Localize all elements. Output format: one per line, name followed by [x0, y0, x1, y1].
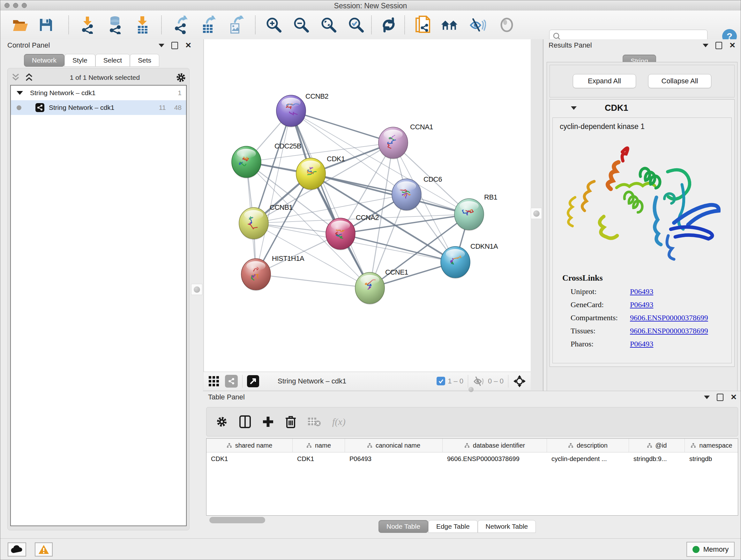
panel-float-icon[interactable] [716, 42, 722, 49]
column-header-name[interactable]: name [293, 439, 345, 452]
node-entry-cdk1: CDK1 cyclin-dependent kinase 1 [549, 99, 735, 367]
add-icon[interactable] [262, 416, 274, 428]
network-edge[interactable] [246, 143, 393, 162]
import-network-database-button[interactable] [106, 16, 124, 34]
crosslink-link[interactable]: 9606.ENSP00000378699 [630, 327, 708, 335]
network-edge[interactable] [256, 274, 370, 288]
network-edge[interactable] [291, 111, 393, 143]
column-header-namespace[interactable]: namespace [685, 439, 738, 452]
import-network-file-button[interactable] [79, 16, 96, 34]
zoom-in-button[interactable] [265, 16, 282, 34]
zoom-selected-button[interactable] [347, 16, 365, 34]
table-cell: CDK1 [293, 455, 345, 462]
expand-all-chevron-icon[interactable] [23, 73, 35, 82]
horizontal-splitter-handle[interactable] [467, 385, 475, 394]
network-node-cdc25b[interactable] [232, 146, 261, 179]
node-label-ccna1: CCNA1 [410, 123, 433, 131]
panel-menu-icon[interactable] [158, 44, 164, 47]
column-header-shared-name[interactable]: shared name [206, 439, 293, 452]
network-canvas[interactable]: CCNB2CCNA1CDC25BCDK1CDC6RB1CCNB1CCNA2CDK… [204, 39, 531, 372]
table-cell: stringdb:9... [629, 455, 685, 462]
selected-checkbox-icon[interactable] [436, 377, 445, 385]
right-splitter-handle[interactable] [531, 208, 542, 219]
tab-network[interactable]: Network [24, 54, 64, 67]
left-splitter-handle[interactable] [191, 284, 202, 295]
crosslink-link[interactable]: P06493 [630, 300, 653, 309]
column-header--id[interactable]: @id [629, 439, 685, 452]
network-node-ccne1[interactable] [355, 272, 385, 305]
homes-button[interactable] [441, 16, 458, 34]
import-table-file-button[interactable] [134, 16, 151, 34]
save-session-button[interactable] [37, 16, 55, 34]
network-node-cdkn1a[interactable] [441, 246, 470, 279]
open-session-button[interactable] [12, 16, 29, 34]
network-node-ccnb1[interactable] [239, 207, 268, 240]
column-header-database-identifier[interactable]: database identifier [443, 439, 547, 452]
panel-menu-icon[interactable] [704, 395, 710, 399]
node-label-cdc6: CDC6 [423, 175, 442, 183]
open-in-new-window-icon[interactable] [247, 375, 259, 387]
memory-button[interactable]: Memory [686, 542, 735, 557]
crosslinks-list: Uniprot:P06493GeneCard:P06493Compartment… [553, 287, 731, 348]
entry-collapse-icon[interactable] [571, 106, 577, 110]
network-node-cdc6[interactable] [392, 179, 421, 211]
edge-count: 48 [174, 104, 182, 111]
entry-header[interactable]: CDK1 [550, 100, 734, 116]
tab-node-table[interactable]: Node Table [379, 520, 428, 533]
results-panel-title: Results Panel [549, 41, 592, 50]
panel-float-icon[interactable] [172, 42, 178, 49]
network-node-ccna2[interactable] [326, 218, 355, 250]
panel-close-icon[interactable]: ✕ [731, 393, 737, 401]
show-eye-button[interactable] [498, 16, 515, 34]
crosslink-link[interactable]: P06493 [630, 287, 653, 296]
network-node-ccnb2[interactable] [276, 95, 306, 127]
scrollbar-thumb[interactable] [209, 517, 265, 523]
show-columns-icon[interactable] [239, 415, 251, 428]
collapse-all-chevron-icon[interactable] [10, 73, 21, 82]
table-settings-gear-icon[interactable] [215, 415, 228, 428]
hide-selected-button[interactable] [469, 16, 486, 34]
panel-close-icon[interactable]: ✕ [185, 42, 192, 49]
network-graph[interactable]: CCNB2CCNA1CDC25BCDK1CDC6RB1CCNB1CCNA2CDK… [204, 39, 531, 372]
tab-network-table[interactable]: Network Table [478, 520, 536, 533]
homes-icon [441, 17, 458, 32]
crosslink-link[interactable]: 9606.ENSP00000378699 [630, 314, 708, 322]
column-header-canonical-name[interactable]: canonical name [345, 439, 443, 452]
zoom-fit-button[interactable] [320, 16, 337, 34]
network-options-gear-icon[interactable] [175, 72, 187, 83]
tab-edge-table[interactable]: Edge Table [428, 520, 478, 533]
collection-expand-icon[interactable] [17, 91, 23, 95]
birds-eye-view-icon[interactable] [513, 374, 526, 388]
network-node-rb1[interactable] [455, 199, 484, 231]
tab-sets[interactable]: Sets [130, 54, 159, 67]
panel-menu-icon[interactable] [703, 44, 709, 47]
panel-close-icon[interactable]: ✕ [729, 42, 736, 49]
refresh-button[interactable] [380, 16, 397, 34]
network-node-hist1h1a[interactable] [241, 259, 271, 291]
crosslink-link[interactable]: P06493 [630, 340, 653, 348]
column-header-description[interactable]: description [547, 439, 629, 452]
collapse-all-button[interactable]: Collapse All [648, 74, 711, 88]
tab-style[interactable]: Style [64, 54, 95, 67]
selected-node-edge-counts: 1 – 0 [448, 377, 463, 385]
toolbar-separator [161, 16, 162, 34]
network-node-cdk1[interactable] [296, 158, 326, 190]
delete-trash-icon[interactable] [285, 415, 296, 428]
export-image-button[interactable] [227, 16, 245, 34]
export-network-button[interactable] [173, 16, 190, 34]
node-table[interactable]: shared namenamecanonical namedatabase id… [206, 438, 738, 516]
panel-float-icon[interactable] [717, 394, 724, 401]
warning-status-button[interactable] [35, 543, 53, 557]
network-node-ccna1[interactable] [379, 127, 408, 159]
table-row[interactable]: CDK1CDK1P064939606.ENSP00000378699cyclin… [206, 452, 738, 465]
string-view-icon[interactable] [225, 375, 238, 388]
cloud-status-button[interactable] [8, 543, 26, 557]
expand-all-button[interactable]: Expand All [573, 74, 636, 88]
tab-select[interactable]: Select [95, 54, 130, 67]
share-document-button[interactable] [414, 16, 432, 34]
export-table-button[interactable] [200, 16, 217, 34]
network-row-selected[interactable]: String Network – cdk1 11 48 [11, 100, 186, 115]
grid-view-icon[interactable] [208, 376, 219, 387]
network-collection-row[interactable]: String Network – cdk1 1 [11, 85, 186, 100]
zoom-out-button[interactable] [293, 16, 310, 34]
